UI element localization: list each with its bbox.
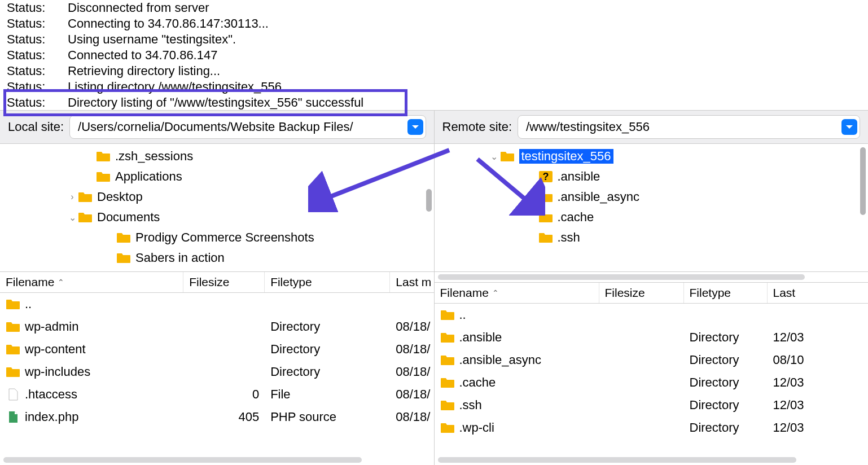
folder-icon bbox=[538, 191, 553, 203]
file-modified: 08/10 bbox=[768, 353, 813, 367]
log-message: Retrieving directory listing... bbox=[68, 63, 861, 79]
tree-item-label: testingsitex_556 bbox=[519, 149, 613, 164]
tree-item[interactable]: .zsh_sessions bbox=[0, 146, 434, 166]
log-label: Status: bbox=[7, 63, 68, 79]
file-row[interactable]: .htaccess0File08/18/ bbox=[0, 383, 434, 406]
remote-site-combo[interactable] bbox=[518, 115, 860, 139]
sort-asc-icon: ⌃ bbox=[58, 278, 64, 287]
tree-item[interactable]: .ansible_async bbox=[435, 187, 869, 207]
tree-item[interactable]: .cache bbox=[435, 207, 869, 227]
log-label: Status: bbox=[7, 32, 68, 47]
file-modified: 12/03 bbox=[768, 420, 813, 435]
local-site-bar: Local site: bbox=[0, 111, 434, 144]
scrollbar-thumb[interactable] bbox=[426, 189, 432, 212]
column-header-mod[interactable]: Last m bbox=[390, 272, 433, 292]
file-name: .ssh bbox=[459, 398, 482, 413]
scrollbar-thumb[interactable] bbox=[438, 457, 796, 463]
log-row: Status:Connecting to 34.70.86.147:30113.… bbox=[7, 16, 861, 32]
column-header-name[interactable]: Filename⌃ bbox=[0, 272, 183, 292]
local-file-list[interactable]: ..wp-adminDirectory08/18/wp-contentDirec… bbox=[0, 293, 434, 455]
tree-item[interactable]: Sabers in action bbox=[0, 248, 434, 268]
column-header-type[interactable]: Filetype bbox=[265, 272, 390, 292]
local-hscroll[interactable] bbox=[0, 455, 434, 465]
tree-item-label: Desktop bbox=[97, 190, 143, 204]
file-name: .ansible bbox=[459, 330, 502, 345]
file-name: .wp-cli bbox=[459, 420, 494, 435]
log-label: Status: bbox=[7, 16, 68, 32]
tree-item[interactable]: Applications bbox=[0, 166, 434, 187]
file-row[interactable]: wp-includesDirectory08/18/ bbox=[0, 361, 434, 383]
local-list-header[interactable]: Filename⌃FilesizeFiletypeLast m bbox=[0, 272, 434, 293]
log-label: Status: bbox=[7, 79, 68, 95]
chevron-right-icon[interactable]: › bbox=[67, 192, 78, 202]
local-path-input[interactable] bbox=[77, 119, 407, 135]
column-header-size[interactable]: Filesize bbox=[183, 272, 265, 292]
scrollbar-thumb[interactable] bbox=[860, 147, 866, 215]
scrollbar-thumb[interactable] bbox=[438, 274, 805, 280]
tree-item-label: Sabers in action bbox=[135, 251, 225, 265]
file-row[interactable]: .cacheDirectory12/03 bbox=[435, 371, 869, 394]
tree-item[interactable]: Prodigy Commerce Screenshots bbox=[0, 227, 434, 248]
remote-hscroll[interactable] bbox=[435, 455, 869, 465]
column-header-name[interactable]: Filename⌃ bbox=[435, 283, 599, 303]
file-modified: 12/03 bbox=[768, 330, 813, 345]
file-name: .. bbox=[459, 308, 466, 322]
dropdown-icon[interactable] bbox=[407, 119, 423, 135]
php-icon bbox=[6, 411, 20, 423]
log-row: Status:Listing directory /www/testingsit… bbox=[7, 79, 861, 95]
file-row[interactable]: .sshDirectory12/03 bbox=[435, 394, 869, 416]
dropdown-icon[interactable] bbox=[841, 119, 857, 135]
file-row[interactable]: wp-contentDirectory08/18/ bbox=[0, 338, 434, 361]
tree-item-label: .zsh_sessions bbox=[115, 149, 193, 164]
tree-item[interactable]: ›Desktop bbox=[0, 187, 434, 207]
local-tree[interactable]: .zsh_sessionsApplications›Desktop⌄Docume… bbox=[0, 144, 434, 272]
remote-tree[interactable]: ⌄testingsitex_556?.ansible.ansible_async… bbox=[435, 144, 869, 272]
file-row[interactable]: .ansible_asyncDirectory08/10 bbox=[435, 349, 869, 371]
log-message: Directory listing of "/www/testingsitex_… bbox=[68, 95, 861, 111]
remote-path-input[interactable] bbox=[525, 119, 841, 135]
folder-icon bbox=[500, 150, 515, 163]
column-header-mod[interactable]: Last bbox=[768, 283, 813, 303]
remote-file-list[interactable]: ...ansibleDirectory12/03.ansible_asyncDi… bbox=[435, 304, 869, 455]
file-type: Directory bbox=[684, 375, 768, 390]
folder-icon bbox=[78, 211, 93, 223]
scrollbar-thumb[interactable] bbox=[3, 457, 362, 463]
file-row[interactable]: index.php405PHP source08/18/ bbox=[0, 406, 434, 428]
file-row[interactable]: .wp-cliDirectory12/03 bbox=[435, 416, 869, 439]
file-row[interactable]: wp-adminDirectory08/18/ bbox=[0, 315, 434, 338]
file-icon bbox=[6, 388, 20, 401]
file-modified: 08/18/ bbox=[390, 410, 433, 424]
log-label: Status: bbox=[7, 47, 68, 63]
folder-icon bbox=[96, 150, 111, 163]
remote-tree-hscroll[interactable] bbox=[435, 272, 869, 283]
tree-item[interactable]: ⌄Documents bbox=[0, 207, 434, 227]
folder-icon bbox=[6, 366, 20, 378]
tree-item[interactable]: .ssh bbox=[435, 227, 869, 248]
file-name: wp-content bbox=[25, 342, 86, 357]
remote-site-label: Remote site: bbox=[442, 120, 512, 134]
file-row[interactable]: .ansibleDirectory12/03 bbox=[435, 326, 869, 349]
column-header-size[interactable]: Filesize bbox=[599, 283, 684, 303]
file-name: index.php bbox=[25, 410, 78, 424]
file-row[interactable]: .. bbox=[0, 293, 434, 315]
remote-list-header[interactable]: Filename⌃FilesizeFiletypeLast bbox=[435, 283, 869, 304]
chevron-down-icon[interactable]: ⌄ bbox=[489, 151, 500, 162]
file-row[interactable]: .. bbox=[435, 304, 869, 326]
local-site-combo[interactable] bbox=[69, 115, 426, 139]
folder-icon bbox=[440, 399, 455, 411]
column-header-type[interactable]: Filetype bbox=[684, 283, 768, 303]
folder-icon bbox=[538, 231, 553, 244]
folder-icon bbox=[6, 298, 20, 310]
tree-item[interactable]: ?.ansible bbox=[435, 166, 869, 187]
file-type: Directory bbox=[265, 319, 390, 334]
chevron-down-icon[interactable]: ⌄ bbox=[67, 212, 78, 223]
folder-icon bbox=[440, 331, 455, 344]
log-row: Status:Using username "testingsitex". bbox=[7, 32, 861, 47]
tree-item[interactable]: ⌄testingsitex_556 bbox=[435, 146, 869, 166]
file-name: wp-admin bbox=[25, 319, 78, 334]
file-name: .cache bbox=[459, 375, 496, 390]
folder-icon bbox=[440, 309, 455, 321]
file-name: .. bbox=[25, 297, 32, 312]
file-modified: 08/18/ bbox=[390, 387, 433, 402]
folder-icon bbox=[116, 252, 131, 264]
